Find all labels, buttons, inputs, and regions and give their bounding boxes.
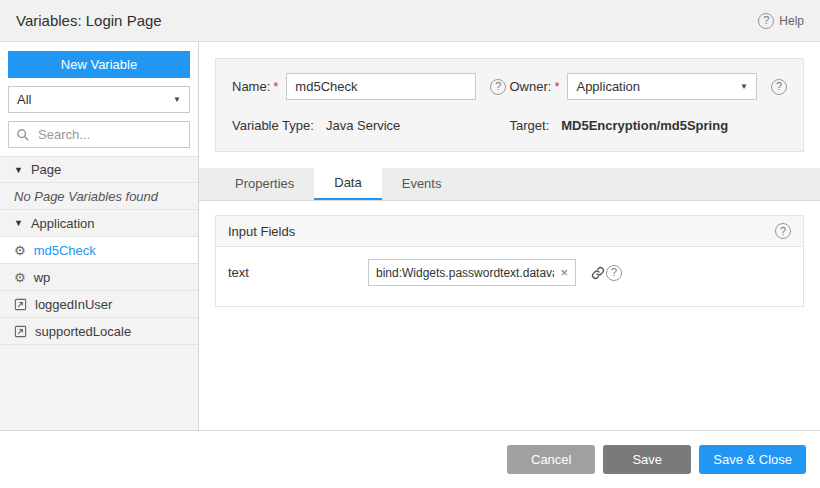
- cancel-button[interactable]: Cancel: [507, 445, 595, 474]
- name-help-icon[interactable]: ?: [490, 79, 506, 95]
- name-input[interactable]: [286, 73, 476, 100]
- clear-icon[interactable]: ×: [560, 266, 568, 279]
- page-title: Variables: Login Page: [16, 12, 162, 29]
- variable-type-value: Java Service: [326, 118, 400, 133]
- service-variable-icon: ⚙: [14, 244, 26, 257]
- main-panel: Name: * ? Owner: * Application ▼ ?: [199, 42, 820, 430]
- required-mark: *: [273, 79, 278, 94]
- sidebar-controls: New Variable All ▼: [0, 42, 198, 156]
- service-variable-icon: ⚙: [14, 271, 26, 284]
- no-page-variables-text: No Page Variables found: [0, 183, 198, 210]
- field-help-icon[interactable]: ?: [606, 265, 622, 281]
- dialog-footer: Cancel Save Save & Close: [0, 430, 820, 488]
- input-fields-title: Input Fields: [228, 224, 295, 239]
- variables-tree: ▼ Page No Page Variables found ▼ Applica…: [0, 156, 198, 430]
- name-label: Name:: [232, 79, 270, 94]
- variable-form: Name: * ? Owner: * Application ▼ ?: [215, 58, 804, 152]
- tab-events[interactable]: Events: [382, 168, 462, 200]
- new-variable-button[interactable]: New Variable: [8, 51, 190, 78]
- input-fields-help-icon[interactable]: ?: [775, 223, 791, 239]
- search-icon: [16, 128, 30, 142]
- field-name: text: [228, 265, 368, 280]
- tab-properties[interactable]: Properties: [215, 168, 314, 200]
- owner-label: Owner:: [510, 79, 552, 94]
- caret-down-icon: ▼: [14, 218, 23, 228]
- sidebar-item-wp[interactable]: ⚙ wp: [0, 264, 198, 291]
- sidebar-item-supportedlocale[interactable]: supportedLocale: [0, 318, 198, 345]
- target-value: MD5Encryption/md5Spring: [561, 118, 728, 133]
- model-variable-icon: [14, 325, 27, 338]
- variables-sidebar: New Variable All ▼ ▼ Page No Page: [0, 42, 199, 430]
- save-and-close-button[interactable]: Save & Close: [699, 445, 806, 474]
- input-fields-panel: Input Fields ? text bind:Widgets.passwor…: [215, 215, 804, 307]
- table-row: text bind:Widgets.passwordtext.datavalue…: [228, 259, 791, 286]
- required-mark: *: [554, 79, 559, 94]
- input-fields-header: Input Fields ?: [216, 216, 803, 247]
- owner-help-icon[interactable]: ?: [771, 79, 787, 95]
- sidebar-item-loggedinuser[interactable]: loggedInUser: [0, 291, 198, 318]
- save-button[interactable]: Save: [603, 445, 691, 474]
- input-fields-body: text bind:Widgets.passwordtext.datavalue…: [216, 247, 803, 306]
- owner-selected-value: Application: [576, 79, 640, 94]
- filter-selected-value: All: [17, 92, 31, 107]
- tree-section-application[interactable]: ▼ Application: [0, 210, 198, 237]
- search-box: [8, 121, 190, 148]
- filter-select[interactable]: All ▼: [8, 86, 190, 113]
- bind-expression-input[interactable]: bind:Widgets.passwordtext.datavalue ×: [368, 259, 576, 286]
- variable-name: supportedLocale: [35, 324, 131, 339]
- variable-name: wp: [34, 270, 51, 285]
- bind-expression-value: bind:Widgets.passwordtext.datavalue: [376, 266, 554, 280]
- target-label: Target:: [510, 118, 550, 133]
- tree-section-label: Application: [31, 216, 95, 231]
- chevron-down-icon: ▼: [173, 95, 181, 104]
- variable-name: loggedInUser: [35, 297, 112, 312]
- dialog-header: Variables: Login Page ? Help: [0, 0, 820, 42]
- sidebar-item-md5check[interactable]: ⚙ md5Check: [0, 237, 198, 264]
- variable-type-label: Variable Type:: [232, 118, 314, 133]
- help-label: Help: [779, 14, 804, 28]
- tree-section-label: Page: [31, 162, 61, 177]
- variable-name: md5Check: [34, 243, 96, 258]
- link-icon[interactable]: [590, 265, 606, 281]
- chevron-down-icon: ▼: [740, 82, 748, 91]
- model-variable-icon: [14, 298, 27, 311]
- tree-section-page[interactable]: ▼ Page: [0, 156, 198, 183]
- help-button[interactable]: ? Help: [758, 13, 804, 29]
- tab-bar: Properties Data Events: [199, 168, 820, 201]
- help-icon: ?: [758, 13, 774, 29]
- tab-data[interactable]: Data: [314, 168, 381, 200]
- owner-select[interactable]: Application ▼: [567, 73, 757, 100]
- search-input[interactable]: [36, 126, 182, 143]
- caret-down-icon: ▼: [14, 165, 23, 175]
